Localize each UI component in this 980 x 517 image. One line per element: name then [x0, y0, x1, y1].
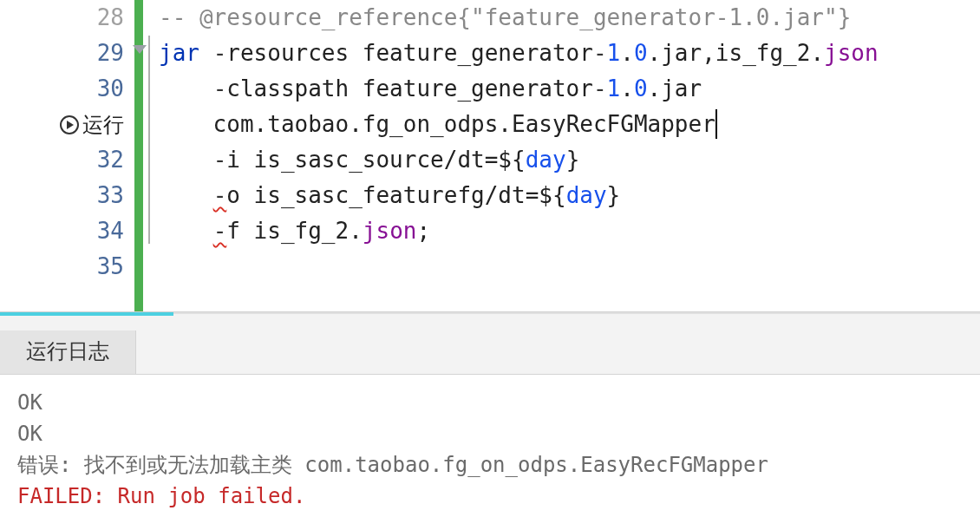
- code-token: }: [607, 182, 621, 208]
- text-cursor: [715, 109, 717, 139]
- code-token: com: [159, 111, 254, 137]
- code-token: -: [213, 40, 227, 66]
- code-token: is_fg_2: [715, 40, 811, 66]
- code-token: -: [213, 182, 227, 208]
- code-token: .: [620, 40, 634, 66]
- code-token: /: [444, 147, 458, 173]
- code-line[interactable]: jar -resources feature_generator-1.0.jar…: [159, 36, 980, 71]
- code-token: classpath feature_generator: [226, 75, 593, 101]
- line-number: 33: [0, 178, 124, 213]
- log-output[interactable]: OKOK错误: 找不到或无法加载主类 com.taobao.fg_on_odps…: [0, 375, 980, 517]
- code-line[interactable]: -classpath feature_generator-1.0.jar: [159, 71, 980, 107]
- play-circle-icon: [60, 115, 79, 134]
- code-token: day: [526, 147, 566, 173]
- line-number: 29: [0, 36, 124, 71]
- code-token: ;: [416, 218, 430, 244]
- code-token: [159, 218, 213, 244]
- code-token: o is_sasc_featurefg: [226, 182, 484, 208]
- code-token: 0: [634, 75, 648, 101]
- code-token: .: [620, 75, 634, 101]
- code-token: -: [593, 75, 607, 101]
- code-token: resources feature_generator: [226, 40, 593, 66]
- line-number: 28: [0, 0, 124, 36]
- editor-gutter: 282930运行32333435: [0, 0, 134, 311]
- code-token: i is_sasc_source: [226, 147, 443, 173]
- code-token: -: [213, 218, 227, 244]
- code-token: -- @resource_reference{"feature_generato…: [159, 4, 851, 30]
- code-editor[interactable]: 282930运行32333435 -- @resource_reference{…: [0, 0, 980, 311]
- code-token: ,: [702, 40, 715, 66]
- tab-run-log[interactable]: 运行日志: [0, 330, 136, 374]
- panel-divider[interactable]: [0, 311, 980, 330]
- code-token: dt: [498, 182, 525, 208]
- code-token: day: [566, 182, 607, 208]
- code-content[interactable]: -- @resource_reference{"feature_generato…: [155, 0, 980, 311]
- code-token: .: [498, 111, 512, 137]
- code-token: [159, 147, 213, 173]
- code-line[interactable]: [159, 249, 980, 285]
- code-token: -: [593, 40, 607, 66]
- run-button[interactable]: 运行: [0, 107, 124, 142]
- log-line: OK: [17, 418, 963, 449]
- code-token: [199, 40, 213, 66]
- code-token: f is_fg_2: [226, 218, 349, 244]
- code-line[interactable]: -i is_sasc_source/dt=${day}: [159, 142, 980, 178]
- code-token: .: [254, 111, 268, 137]
- code-token: jar: [159, 40, 199, 66]
- code-token: {: [552, 182, 566, 208]
- panel-divider-rest: [173, 312, 980, 314]
- code-token: .: [648, 75, 662, 101]
- code-token: $: [498, 147, 512, 173]
- log-line: 错误: 找不到或无法加载主类 com.taobao.fg_on_odps.Eas…: [17, 449, 963, 481]
- line-number: 30: [0, 71, 124, 107]
- code-token: EasyRecFGMapper: [512, 111, 715, 137]
- code-token: [159, 75, 213, 101]
- code-token: jar: [661, 75, 702, 101]
- log-tab-bar: 运行日志: [0, 330, 980, 375]
- code-line[interactable]: -- @resource_reference{"feature_generato…: [159, 0, 980, 36]
- code-token: .: [349, 111, 363, 137]
- line-number: 34: [0, 213, 124, 249]
- code-token: dt: [457, 147, 484, 173]
- code-token: }: [566, 147, 580, 173]
- code-token: -: [213, 147, 227, 173]
- code-token: $: [539, 182, 552, 208]
- code-line[interactable]: -o is_sasc_featurefg/dt=${day}: [159, 178, 980, 213]
- line-number: 35: [0, 249, 124, 285]
- run-button-label: 运行: [82, 111, 124, 139]
- code-token: {: [512, 147, 526, 173]
- code-token: jar: [661, 40, 702, 66]
- code-line[interactable]: -f is_fg_2.json;: [159, 213, 980, 249]
- log-line: OK: [17, 387, 963, 418]
- panel-accent: [0, 312, 173, 316]
- code-token: .: [349, 218, 363, 244]
- code-token: .: [648, 40, 662, 66]
- code-token: /: [485, 182, 499, 208]
- code-token: taobao: [267, 111, 349, 137]
- code-token: 1: [607, 75, 621, 101]
- code-token: 0: [634, 40, 648, 66]
- line-number: 32: [0, 142, 124, 178]
- code-token: -: [213, 75, 227, 101]
- code-token: =: [485, 147, 499, 173]
- code-line[interactable]: com.taobao.fg_on_odps.EasyRecFGMapper: [159, 107, 980, 142]
- code-token: json: [824, 40, 879, 66]
- code-token: json: [363, 218, 417, 244]
- fold-arrow-icon[interactable]: [133, 45, 147, 54]
- code-token: .: [810, 40, 824, 66]
- code-token: fg_on_odps: [363, 111, 499, 137]
- code-token: [159, 182, 213, 208]
- code-token: =: [526, 182, 539, 208]
- code-token: 1: [607, 40, 621, 66]
- log-line: FAILED: Run job failed.: [17, 481, 963, 512]
